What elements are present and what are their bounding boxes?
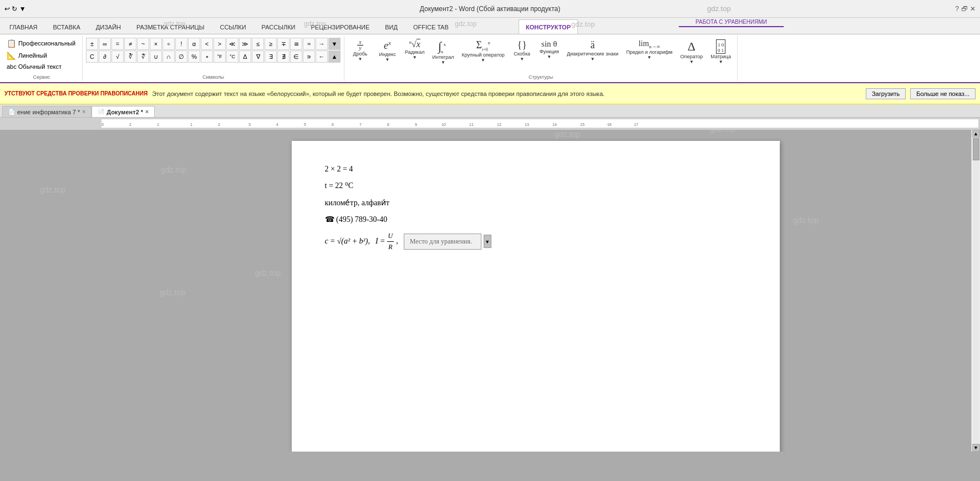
sym-empty[interactable]: ∅ [175, 50, 187, 63]
doc-tab-1[interactable]: 📄 ение информатика 7 * × [2, 106, 92, 117]
sym-degf[interactable]: °F [214, 50, 226, 63]
watermark-1: gdz.top [707, 4, 731, 13]
tab-insert[interactable]: ВСТАВКА [45, 19, 87, 34]
doc-tab-2[interactable]: 📄 Документ2 * × [92, 106, 155, 117]
sym-inf[interactable]: ∞ [99, 38, 111, 50]
scroll-container[interactable]: 2 × 2 = 4 t = 22 ⁰C киломе́тр, алфави́т … [100, 130, 971, 452]
sym-sqrt[interactable]: √ [111, 50, 124, 63]
sym-compose[interactable]: ∘ [201, 50, 213, 63]
equation-dropdown[interactable]: ▼ [484, 235, 491, 248]
scroll-track[interactable] [973, 138, 979, 444]
notif-dismiss-btn[interactable]: Больше не показ... [910, 88, 976, 99]
bracket-btn[interactable]: {} Скобка ▼ [510, 38, 535, 63]
ruler-left-gray [0, 118, 100, 130]
sym-neq[interactable]: ≠ [124, 38, 136, 50]
left-margin [0, 130, 100, 452]
function-btn[interactable]: sin θ Функция ▼ [537, 38, 562, 61]
sym-leftarrow[interactable]: ← [316, 50, 328, 63]
scroll-down-btn[interactable]: ▼ [972, 444, 980, 452]
scroll-thumb[interactable] [973, 138, 979, 160]
sym-delta[interactable]: Δ [239, 50, 251, 63]
sym-gg[interactable]: ≫ [239, 38, 251, 50]
sym-gt[interactable]: > [214, 38, 226, 50]
sym-ll[interactable]: ≪ [226, 38, 238, 50]
sym-mp[interactable]: ∓ [277, 38, 290, 50]
integral-btn[interactable]: ∫-xx Интеграл ▼ [429, 38, 456, 67]
close-btn[interactable]: ✕ [970, 5, 976, 13]
notification-bar: УТСТВУЮТ СРЕДСТВА ПРОВЕРКИ ПРАВОПИСАНИЯ … [0, 83, 980, 104]
notif-load-btn[interactable]: Загрузить [866, 88, 906, 99]
sym-cbrt[interactable]: ∛ [124, 50, 136, 63]
largeop-btn[interactable]: Σi=0n Крупный оператор ▼ [459, 38, 507, 64]
equation-placeholder[interactable]: Место для уравнения. [404, 234, 481, 250]
group-servis: 📋 Профессиональный 📐 Линейный abc Обычны… [1, 36, 83, 81]
svg-text:4: 4 [276, 123, 278, 126]
tab-home[interactable]: ГЛАВНАЯ [2, 19, 44, 34]
tab-references[interactable]: ССЫЛКИ [212, 19, 253, 34]
sym-in[interactable]: ∈ [290, 50, 302, 63]
scrollbar-vertical[interactable]: ▲ ▼ [971, 130, 980, 452]
symbols-label: Символы [83, 74, 344, 80]
sym-pct[interactable]: % [188, 50, 200, 63]
doc-tab-1-close[interactable]: × [82, 109, 85, 115]
scroll-up-btn[interactable]: ▲ [972, 130, 980, 138]
superscript-btn[interactable]: ex Индекс ▼ [375, 38, 400, 64]
svg-text:1: 1 [157, 123, 159, 126]
doc-line-4: ☎ (495) 789-30-40 [325, 214, 747, 226]
svg-text:3: 3 [248, 123, 251, 126]
tab-mailings[interactable]: РАССЫЛКИ [255, 19, 303, 34]
radical-btn[interactable]: n√x Радикал ▼ [402, 38, 427, 62]
sym-arrow[interactable]: → [316, 38, 328, 50]
matrix-btn[interactable]: 1 0 0 1 Матрица ▼ [708, 38, 734, 66]
sym-degc[interactable]: °C [226, 50, 238, 63]
sym-ni[interactable]: ∍ [303, 50, 315, 63]
sym-eq[interactable]: = [111, 38, 124, 50]
svg-text:13: 13 [525, 123, 529, 126]
doc-tab-2-close[interactable]: × [145, 109, 149, 115]
svg-text:15: 15 [580, 123, 585, 126]
notif-text: Этот документ содержит текст на языке «б… [152, 90, 861, 97]
ruler-svg: 3 2 1 1 2 3 4 5 6 7 8 9 10 11 12 13 14 1… [101, 119, 978, 128]
help-btn[interactable]: ? [955, 5, 959, 13]
doc-tabs-bar: 📄 ение информатика 7 * × 📄 Документ2 * × [0, 104, 980, 118]
sym-partial[interactable]: ∂ [99, 50, 111, 63]
sym-exists[interactable]: ∃ [265, 50, 277, 63]
sym-c[interactable]: С [86, 50, 98, 63]
sym-lt[interactable]: < [201, 38, 213, 50]
tab-officetab[interactable]: OFFICE TAB [406, 19, 456, 34]
linear-btn[interactable]: 📐 Линейный [4, 50, 78, 61]
sym-div[interactable]: ÷ [163, 38, 175, 50]
sym-pm[interactable]: ± [86, 38, 98, 50]
sym-cap[interactable]: ∩ [163, 50, 175, 63]
sym-alpha[interactable]: α [188, 38, 200, 50]
sym-le[interactable]: ≤ [252, 38, 264, 50]
sym-nexists[interactable]: ∄ [277, 50, 290, 63]
sym-cup[interactable]: ∪ [150, 50, 162, 63]
main-area: gdz.top gdz.top gdz.top gdz.top gdz.top … [0, 130, 980, 452]
tab-design[interactable]: ДИЗАЙН [89, 19, 128, 34]
sym-up[interactable]: ▲ [328, 50, 341, 63]
tab-view[interactable]: ВИД [378, 19, 405, 34]
sym-nabla[interactable]: ∇ [252, 50, 264, 63]
limit-btn[interactable]: limn→∞ Предел и логарифм ▼ [623, 38, 676, 62]
sym-down[interactable]: ▼ [328, 38, 341, 50]
undo-btn[interactable]: ↩ ↻ ▼ [4, 5, 26, 13]
sym-excl[interactable]: ! [175, 38, 187, 50]
accent-btn[interactable]: ä Диакритические знаки ▼ [564, 38, 621, 63]
sym-times[interactable]: × [150, 38, 162, 50]
svg-text:·16: ·16 [606, 123, 612, 126]
professional-btn[interactable]: 📋 Профессиональный [4, 38, 78, 49]
sym-frt[interactable]: ∜ [137, 50, 149, 63]
operator-btn[interactable]: Δ Оператор ▼ [678, 38, 706, 66]
sym-ge[interactable]: ≥ [265, 38, 277, 50]
restore-btn[interactable]: 🗗 [961, 5, 968, 13]
tab-review[interactable]: РЕЦЕНЗИРОВАНИЕ [303, 19, 377, 34]
sym-tilde[interactable]: ~ [137, 38, 149, 50]
fraction-btn[interactable]: x y Дробь ▼ [348, 38, 373, 63]
tab-layout[interactable]: РАЗМЕТКА СТРАНИЦЫ [129, 19, 211, 34]
sym-approx[interactable]: ≈ [303, 38, 315, 50]
tab-constructor[interactable]: КОНСТРУКТОР [519, 19, 578, 34]
sym-cong[interactable]: ≅ [290, 38, 302, 50]
normal-text-btn[interactable]: abc Обычный текст [4, 62, 78, 71]
svg-text:14: 14 [552, 123, 557, 126]
